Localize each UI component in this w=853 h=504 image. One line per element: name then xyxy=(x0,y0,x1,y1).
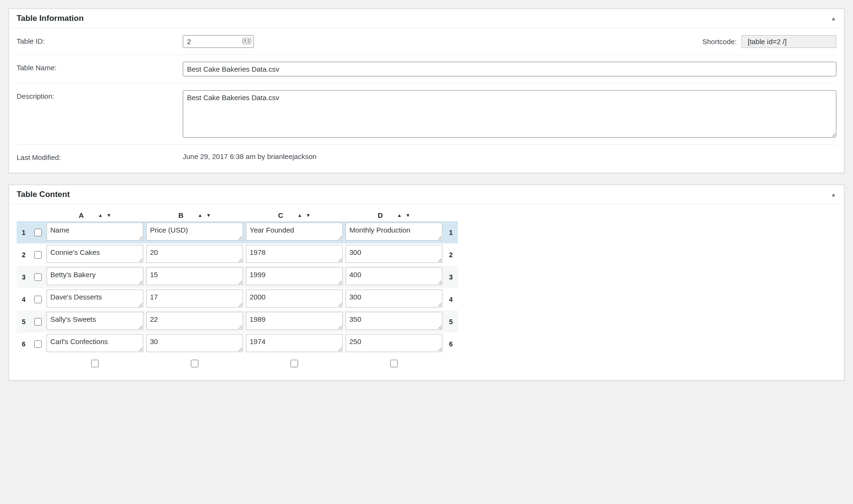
cell-input[interactable] xyxy=(246,334,343,352)
table-cell xyxy=(145,221,244,243)
cell-input[interactable] xyxy=(146,223,243,241)
table-cell xyxy=(344,221,444,243)
table-content-panel: Table Content ▲ A▲▼B▲▼C▲▼D▲▼ 11223344556… xyxy=(9,185,844,381)
table-cell xyxy=(344,310,444,333)
row-number-right: 2 xyxy=(444,243,458,266)
row-select-checkbox[interactable] xyxy=(34,251,42,259)
table-grid: A▲▼B▲▼C▲▼D▲▼ 112233445566 xyxy=(9,205,844,380)
cell-input[interactable] xyxy=(146,312,243,330)
row-select-checkbox[interactable] xyxy=(34,318,42,326)
row-number-left: 5 xyxy=(17,310,31,333)
table-name-row: Table Name: xyxy=(17,55,836,84)
cell-input[interactable] xyxy=(146,245,243,263)
cell-input[interactable] xyxy=(246,245,343,263)
table-cell xyxy=(145,243,244,266)
row-select-cell xyxy=(31,288,45,310)
sort-desc-icon[interactable]: ▼ xyxy=(306,213,310,218)
cell-input[interactable] xyxy=(246,312,343,330)
column-footer xyxy=(244,358,344,369)
row-select-checkbox[interactable] xyxy=(34,340,42,348)
table-cell xyxy=(145,333,244,355)
cell-input[interactable] xyxy=(346,312,442,330)
column-select-checkbox[interactable] xyxy=(291,360,298,367)
row-select-cell xyxy=(31,266,45,288)
cell-input[interactable] xyxy=(47,289,143,308)
svg-point-1 xyxy=(244,39,246,41)
table-cell xyxy=(344,243,444,266)
sort-asc-icon[interactable]: ▲ xyxy=(198,213,203,218)
column-header: A▲▼ xyxy=(45,209,145,221)
collapse-toggle-icon[interactable]: ▲ xyxy=(831,191,836,198)
row-select-checkbox[interactable] xyxy=(34,273,42,281)
table-cell xyxy=(45,288,145,310)
cell-input[interactable] xyxy=(346,245,442,263)
column-select-checkbox[interactable] xyxy=(191,360,198,367)
row-number-right: 1 xyxy=(444,221,458,243)
sort-desc-icon[interactable]: ▼ xyxy=(405,213,410,218)
cell-input[interactable] xyxy=(146,334,243,352)
description-label: Description: xyxy=(17,90,183,100)
table-id-control: Shortcode: [table id=2 /] xyxy=(183,35,836,48)
cell-input[interactable] xyxy=(346,267,442,285)
cell-input[interactable] xyxy=(246,289,343,308)
table-cell xyxy=(45,243,145,266)
table-row: 66 xyxy=(17,333,458,355)
cell-input[interactable] xyxy=(346,289,442,308)
column-letter: C xyxy=(278,211,283,219)
table-cell xyxy=(244,266,344,288)
table-cell xyxy=(45,266,145,288)
table-id-row: Table ID: Shortcode: [table id=2 /] xyxy=(17,28,836,55)
sort-desc-icon[interactable]: ▼ xyxy=(106,213,111,218)
sort-desc-icon[interactable]: ▼ xyxy=(206,213,211,218)
table-cell xyxy=(344,288,444,310)
column-select-checkbox[interactable] xyxy=(390,360,398,367)
table-row: 11 xyxy=(17,221,458,243)
cell-input[interactable] xyxy=(146,289,243,308)
last-modified-row: Last Modified: June 29, 2017 6:38 am by … xyxy=(17,145,836,168)
cell-input[interactable] xyxy=(47,312,143,330)
last-modified-value: June 29, 2017 6:38 am by brianleejackson xyxy=(183,151,317,160)
table-cell xyxy=(244,288,344,310)
row-number-left: 1 xyxy=(17,221,31,243)
table-row: 33 xyxy=(17,266,458,288)
column-letter: D xyxy=(378,211,383,219)
table-cell xyxy=(145,310,244,333)
table-cell xyxy=(45,221,145,243)
cell-input[interactable] xyxy=(47,267,143,285)
cell-input[interactable] xyxy=(47,223,143,241)
last-modified-label: Last Modified: xyxy=(17,151,183,161)
shortcode-value[interactable]: [table id=2 /] xyxy=(741,35,836,48)
panel-header: Table Content ▲ xyxy=(9,185,844,205)
cell-input[interactable] xyxy=(346,223,442,241)
table-content-title: Table Content xyxy=(17,190,70,199)
table-cell xyxy=(244,310,344,333)
column-letter: A xyxy=(79,211,84,219)
cell-input[interactable] xyxy=(346,334,442,352)
row-select-cell xyxy=(31,333,45,355)
table-cell xyxy=(244,333,344,355)
row-number-right: 5 xyxy=(444,310,458,333)
cell-input[interactable] xyxy=(47,334,143,352)
cell-input[interactable] xyxy=(47,245,143,263)
cell-input[interactable] xyxy=(246,267,343,285)
table-cell xyxy=(344,333,444,355)
row-select-checkbox[interactable] xyxy=(34,296,42,303)
column-footer xyxy=(145,358,244,369)
row-select-cell xyxy=(31,221,45,243)
table-cell xyxy=(145,266,244,288)
table-row: 44 xyxy=(17,288,458,310)
sort-asc-icon[interactable]: ▲ xyxy=(298,213,302,218)
cell-input[interactable] xyxy=(146,267,243,285)
collapse-toggle-icon[interactable]: ▲ xyxy=(831,15,836,22)
row-select-cell xyxy=(31,310,45,333)
cell-input[interactable] xyxy=(246,223,343,241)
sort-asc-icon[interactable]: ▲ xyxy=(98,213,103,218)
table-name-input[interactable] xyxy=(183,62,836,76)
row-select-checkbox[interactable] xyxy=(34,229,42,236)
shortcode-label: Shortcode: xyxy=(702,37,737,46)
column-select-checkbox[interactable] xyxy=(91,360,99,367)
description-textarea[interactable] xyxy=(183,90,836,138)
column-footer xyxy=(344,358,444,369)
sort-asc-icon[interactable]: ▲ xyxy=(397,213,402,218)
table-row: 22 xyxy=(17,243,458,266)
